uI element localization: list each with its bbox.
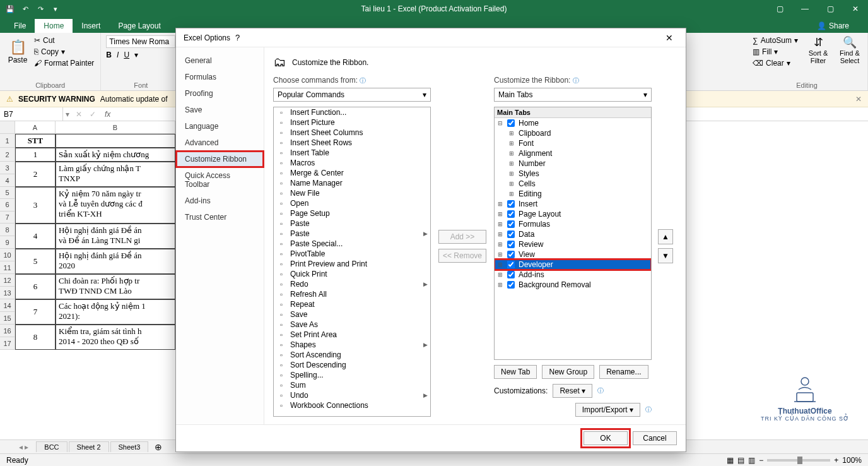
minimize-button[interactable]: — xyxy=(792,0,818,18)
info-icon[interactable]: ⓘ xyxy=(645,405,652,414)
font-name-dropdown[interactable]: Times New Roma xyxy=(106,35,175,48)
tree-checkbox[interactable] xyxy=(507,220,515,228)
add-button[interactable]: Add >> xyxy=(438,230,486,244)
row-header[interactable]: 2 xyxy=(0,148,15,162)
expand-icon[interactable]: ⊟ xyxy=(497,120,503,126)
dialog-help-button[interactable]: ? xyxy=(230,33,245,42)
remove-button[interactable]: << Remove xyxy=(438,249,486,263)
row-header[interactable]: 4 xyxy=(0,174,15,187)
row-header[interactable]: 17 xyxy=(0,337,15,350)
command-item[interactable]: ▫Name Manager xyxy=(274,178,430,188)
cell[interactable]: Hội nghị đánh giá Đề án 2020 xyxy=(56,249,175,274)
autosum-button[interactable]: ∑AutoSum ▾ xyxy=(751,35,799,45)
cancel-button[interactable]: Cancel xyxy=(633,431,677,445)
cell[interactable]: 3 xyxy=(15,187,56,224)
name-box[interactable]: B7 xyxy=(0,107,63,121)
row-header[interactable]: 9 xyxy=(0,236,15,249)
expand-icon[interactable]: ⊞ xyxy=(497,261,503,268)
view-normal-icon[interactable]: ▦ xyxy=(727,456,734,465)
save-icon[interactable]: 💾 xyxy=(5,4,15,14)
nav-item-customize-ribbon[interactable]: Customize Ribbon xyxy=(176,151,264,167)
expand-icon[interactable]: ⊞ xyxy=(508,140,515,146)
command-item[interactable]: ▫Quick Print xyxy=(274,269,430,279)
expand-icon[interactable]: ⊞ xyxy=(508,191,515,197)
ribbon-options-icon[interactable]: ▢ xyxy=(767,0,792,18)
copy-button[interactable]: ⎘Copy ▾ xyxy=(33,47,95,57)
command-item[interactable]: ▫Open xyxy=(274,198,430,208)
tree-item-font[interactable]: ⊞Font xyxy=(495,138,651,148)
expand-icon[interactable]: ⊞ xyxy=(497,221,503,227)
expand-icon[interactable]: ⊞ xyxy=(497,241,503,248)
tree-item-page-layout[interactable]: ⊞Page Layout xyxy=(495,209,651,219)
commands-listbox[interactable]: ▫Insert Function...▫Insert Picture▫Inser… xyxy=(273,107,431,417)
command-item[interactable]: ▫Insert Function... xyxy=(274,107,430,117)
row-header[interactable]: 13 xyxy=(0,287,15,299)
chevron-down-icon[interactable]: ▾ xyxy=(134,51,138,59)
choose-commands-dropdown[interactable]: Popular Commands ▾ xyxy=(273,88,431,102)
row-header[interactable]: 10 xyxy=(0,249,15,261)
command-item[interactable]: ▫PivotTable xyxy=(274,249,430,259)
zoom-level[interactable]: 100% xyxy=(842,456,862,465)
cell[interactable]: Làm giấy chứng nhận T TNXP xyxy=(56,162,175,187)
expand-icon[interactable]: ⊞ xyxy=(497,251,503,258)
nav-item-advanced[interactable]: Advanced xyxy=(176,134,264,151)
tree-item-insert[interactable]: ⊞Insert xyxy=(495,199,651,209)
cell[interactable]: Chi đoàn ra: Phối hợp tr TWĐ TNND CM Lào xyxy=(56,274,175,299)
nav-item-add-ins[interactable]: Add-ins xyxy=(176,193,264,209)
tree-item-review[interactable]: ⊞Review xyxy=(495,239,651,249)
expand-icon[interactable]: ⊞ xyxy=(497,231,503,237)
reset-button[interactable]: Reset ▾ xyxy=(553,384,592,398)
import-export-button[interactable]: Import/Export ▾ xyxy=(575,403,640,417)
sort-filter-button[interactable]: ⇵ Sort & Filter xyxy=(806,35,831,64)
zoom-in-button[interactable]: + xyxy=(834,456,838,465)
tree-item-alignment[interactable]: ⊞Alignment xyxy=(495,148,651,158)
info-icon[interactable]: ⓘ xyxy=(360,77,366,84)
row-header[interactable]: 16 xyxy=(0,325,15,337)
zoom-slider[interactable] xyxy=(767,459,830,462)
tree-item-home[interactable]: ⊟Home xyxy=(495,118,651,128)
tree-item-view[interactable]: ⊞View xyxy=(495,249,651,260)
italic-button[interactable]: I xyxy=(117,51,119,59)
command-item[interactable]: ▫Redo▶ xyxy=(274,279,430,289)
cut-button[interactable]: ✂Cut xyxy=(33,35,95,45)
tree-checkbox[interactable] xyxy=(507,230,515,238)
cell[interactable]: Kiểm tra, giám sát tình h 2014 - 2020 th… xyxy=(56,325,175,350)
paste-button[interactable]: 📋 Paste xyxy=(5,39,30,64)
cell[interactable]: 2 xyxy=(15,162,56,187)
close-warning-button[interactable]: ✕ xyxy=(855,95,862,104)
cell[interactable]: 5 xyxy=(15,249,56,274)
tree-item-data[interactable]: ⊞Data xyxy=(495,229,651,239)
row-header[interactable]: 3 xyxy=(0,162,15,174)
close-button[interactable]: ✕ xyxy=(843,0,868,18)
nav-item-proofing[interactable]: Proofing xyxy=(176,85,264,102)
sheet-tab[interactable]: BCC xyxy=(36,441,67,452)
clear-button[interactable]: ⌫Clear ▾ xyxy=(751,58,799,68)
expand-icon[interactable]: ⊞ xyxy=(497,282,503,288)
tree-checkbox[interactable] xyxy=(507,241,515,248)
row-header[interactable]: 14 xyxy=(0,299,15,312)
command-item[interactable]: ▫Paste Special... xyxy=(274,239,430,249)
cell[interactable]: Hội nghị đánh giá Đề án và Đề án Làng TN… xyxy=(56,224,175,249)
command-item[interactable]: ▫Repeat xyxy=(274,299,430,309)
command-item[interactable]: ▫Refresh All xyxy=(274,289,430,299)
command-item[interactable]: ▫Insert Sheet Columns xyxy=(274,128,430,138)
tree-item-formulas[interactable]: ⊞Formulas xyxy=(495,219,651,229)
info-icon[interactable]: ⓘ xyxy=(597,386,604,395)
command-item[interactable]: ▫New File xyxy=(274,188,430,198)
ribbon-tabs-tree[interactable]: Main Tabs ⊟Home⊞Clipboard⊞Font⊞Alignment… xyxy=(494,107,652,360)
column-header[interactable]: B xyxy=(56,121,175,134)
cell[interactable]: 6 xyxy=(15,274,56,299)
expand-icon[interactable]: ⊞ xyxy=(508,170,515,177)
qat-dropdown-icon[interactable]: ▾ xyxy=(50,4,61,14)
tree-item-number[interactable]: ⊞Number xyxy=(495,158,651,169)
select-all-corner[interactable] xyxy=(0,121,15,134)
cell[interactable]: Sản xuất kỷ niệm chương xyxy=(56,148,175,162)
tab-file[interactable]: File xyxy=(5,19,35,33)
nav-item-quick-access-toolbar[interactable]: Quick Access Toolbar xyxy=(176,167,264,193)
tree-checkbox[interactable] xyxy=(507,251,515,258)
tree-checkbox[interactable] xyxy=(507,210,515,218)
ok-button[interactable]: OK xyxy=(584,431,628,445)
tab-home[interactable]: Home xyxy=(35,19,73,33)
command-item[interactable]: ▫Set Print Area xyxy=(274,330,430,340)
expand-icon[interactable]: ⊞ xyxy=(497,211,503,217)
